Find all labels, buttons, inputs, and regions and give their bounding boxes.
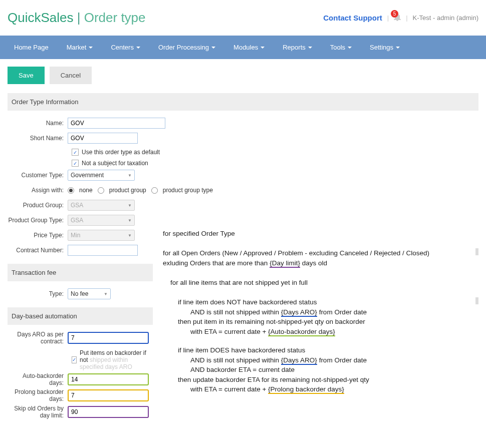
nav-tools[interactable]: Tools [321, 36, 361, 59]
days-aro-label: Days ARO as per contract: [8, 331, 68, 345]
name-label: Name: [8, 120, 68, 127]
product-group-type-select: GSA▼ [68, 215, 135, 226]
scrollbar-thumb[interactable] [475, 297, 478, 304]
contract-number-label: Contract Number: [8, 247, 68, 254]
scrollbar-thumb[interactable] [475, 248, 478, 255]
fee-type-label: Type: [8, 290, 68, 297]
chevron-down-icon: ▼ [128, 203, 132, 208]
cancel-button[interactable]: Cancel [50, 67, 92, 84]
nav-home-page[interactable]: Home Page [5, 36, 58, 59]
assign-with-label: Assign with: [8, 187, 68, 194]
notification-badge: 5 [391, 10, 398, 18]
nav-market[interactable]: Market [58, 36, 102, 59]
nav-centers[interactable]: Centers [102, 36, 149, 59]
divider: | [406, 14, 407, 22]
assign-pgt-label: product group type [163, 187, 213, 194]
product-group-select: GSA▼ [68, 200, 135, 211]
chevron-down-icon: ▼ [128, 233, 132, 238]
days-aro-input[interactable] [68, 332, 149, 344]
auto-backorder-label: Auto-backorder days: [8, 372, 68, 386]
assign-none-label: none [79, 187, 93, 194]
backorder-checkbox-label: Put items on backorder if not shipped wi… [80, 349, 153, 370]
chevron-down-icon [136, 47, 140, 49]
short-name-label: Short Name: [8, 135, 68, 142]
customer-type-label: Customer Type: [8, 172, 68, 179]
short-name-input[interactable] [68, 133, 138, 144]
name-input[interactable] [68, 118, 165, 129]
assign-pg-label: product group [109, 187, 146, 194]
nav-reports[interactable]: Reports [274, 36, 321, 59]
save-button[interactable]: Save [8, 67, 45, 84]
user-label[interactable]: K-Test - admin (admin) [413, 14, 478, 22]
assign-none-radio[interactable] [68, 187, 74, 194]
product-group-type-label: Product Group Type: [8, 217, 68, 224]
contract-number-input[interactable] [68, 245, 138, 256]
chevron-down-icon [308, 47, 312, 49]
tax-checkbox[interactable]: ✓ [72, 160, 79, 167]
chevron-down-icon: ▼ [128, 173, 132, 178]
chevron-down-icon [89, 47, 93, 49]
rules-panel: for specified Order Type for all Open Or… [163, 229, 478, 394]
prolong-label: Prolong backorder days: [8, 388, 68, 403]
contact-support-link[interactable]: Contact Support [323, 14, 382, 22]
skip-label: Skip old Orders by day limit: [8, 405, 68, 419]
navbar: Home PageMarketCentersOrder ProcessingMo… [0, 36, 486, 59]
auto-backorder-input[interactable] [68, 373, 149, 385]
chevron-down-icon: ▼ [128, 218, 132, 223]
chevron-down-icon: ▼ [104, 292, 108, 296]
notifications-button[interactable]: 5 [394, 13, 401, 23]
tax-checkbox-label: Not a subject for taxation [82, 160, 148, 167]
fee-type-select[interactable]: No fee▼ [68, 288, 111, 299]
default-checkbox-label: Use this order type as default [82, 149, 160, 156]
section-transaction-fee: Transaction fee [8, 264, 153, 281]
chevron-down-icon [348, 47, 352, 49]
section-order-type-info: Order Type Information [8, 93, 478, 111]
skip-input[interactable] [68, 406, 149, 418]
backorder-checkbox[interactable]: ✓ [72, 356, 77, 363]
price-type-label: Price Type: [8, 232, 68, 239]
assign-pgt-radio[interactable] [151, 187, 158, 194]
product-group-label: Product Group: [8, 202, 68, 209]
prolong-input[interactable] [68, 389, 149, 401]
divider: | [387, 14, 389, 22]
chevron-down-icon [211, 47, 215, 49]
default-checkbox[interactable]: ✓ [72, 149, 79, 156]
section-day-automation: Day-based automation [8, 307, 153, 325]
nav-modules[interactable]: Modules [224, 36, 274, 59]
nav-settings[interactable]: Settings [361, 36, 409, 59]
price-type-select: Min▼ [68, 230, 135, 241]
page-title: QuickSales | Order type [8, 10, 146, 26]
assign-pg-radio[interactable] [98, 187, 104, 194]
chevron-down-icon [261, 47, 265, 49]
chevron-down-icon [396, 47, 400, 49]
nav-order-processing[interactable]: Order Processing [149, 36, 224, 59]
customer-type-select[interactable]: Government▼ [68, 170, 135, 181]
